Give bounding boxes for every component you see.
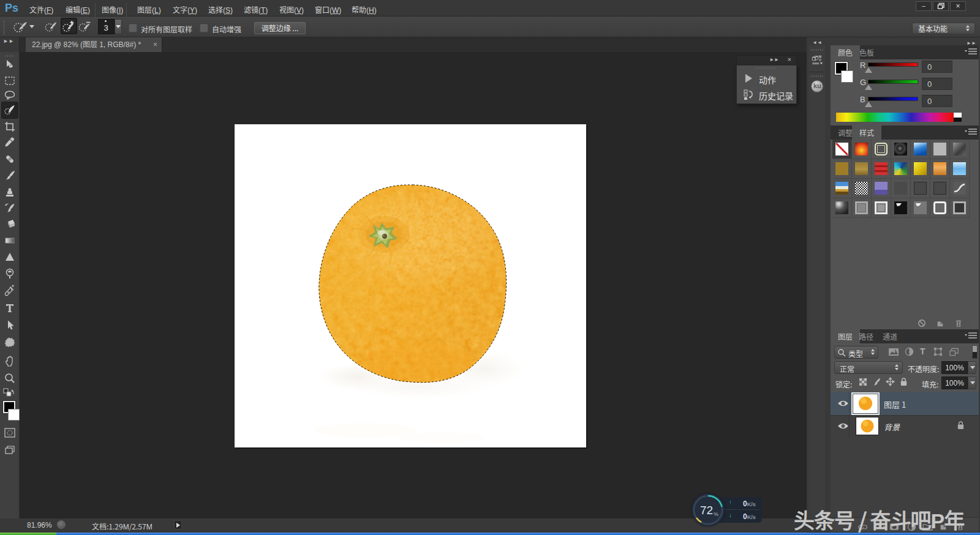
svg-text:72: 72 <box>700 504 713 517</box>
svg-text:%: % <box>714 511 718 517</box>
